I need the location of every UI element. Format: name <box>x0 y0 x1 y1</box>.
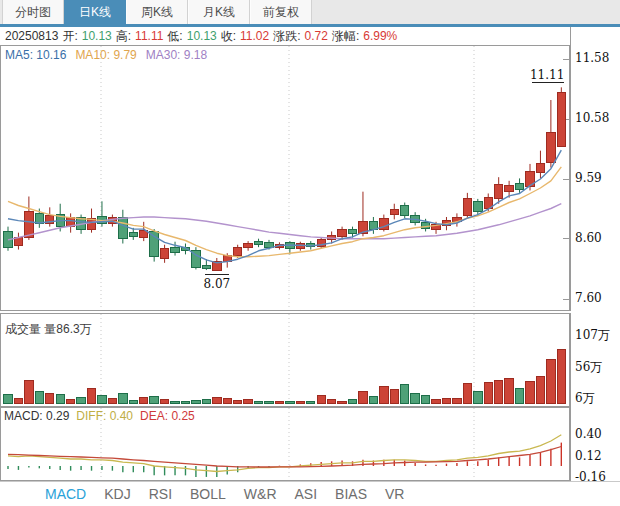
trade-date: 20250813 <box>5 27 58 45</box>
indicator-tab-boll[interactable]: BOLL <box>190 486 226 502</box>
y-axis-tick-label: 8.60 <box>575 231 602 245</box>
volume-axis: 107万56万6万 <box>570 313 620 407</box>
tab-forward-adjusted[interactable]: 前复权 <box>250 0 312 24</box>
change-value: 0.72 <box>305 27 328 45</box>
change-label: 涨跌: <box>273 27 300 45</box>
macd-axis: 0.400.12-0.16 <box>570 407 620 482</box>
indicator-tab-macd[interactable]: MACD <box>45 486 86 502</box>
close-label: 收: <box>221 27 236 45</box>
tab-monthly-k[interactable]: 月K线 <box>188 0 250 24</box>
indicator-tab-vr[interactable]: VR <box>385 486 404 502</box>
tab-minute-chart[interactable]: 分时图 <box>2 0 64 24</box>
change-pct-label: 涨幅: <box>332 27 359 45</box>
y-axis-tick-label: 9.59 <box>575 171 602 185</box>
y-axis-tick-label: 0.40 <box>575 427 602 441</box>
high-value: 11.11 <box>135 27 163 45</box>
y-axis-tick-label: 107万 <box>575 328 610 342</box>
y-axis-tick-label: 10.58 <box>575 111 609 125</box>
high-label: 高: <box>116 27 131 45</box>
y-axis-tick-label: 56万 <box>575 360 602 374</box>
price-axis: 11.5810.589.598.607.60 <box>570 45 620 311</box>
y-axis-tick-label: 7.60 <box>575 291 602 305</box>
y-axis-tick-label: 11.58 <box>575 51 609 65</box>
indicator-tab-bar: MACD KDJ RSI BOLL W&R ASI BIAS VR <box>0 481 620 506</box>
indicator-tab-kdj[interactable]: KDJ <box>104 486 130 502</box>
low-value: 10.13 <box>187 27 217 45</box>
candlestick-chart: 11.118.07 <box>1 46 569 310</box>
axis-spacer <box>570 27 620 45</box>
change-pct-value: 6.99% <box>363 27 397 45</box>
indicator-tab-rsi[interactable]: RSI <box>149 486 172 502</box>
volume-panel: 成交量 量86.3万 <box>0 313 570 407</box>
macd-panel: MACD: 0.29 DIFF: 0.40 DEA: 0.25 <box>0 407 570 481</box>
candlestick-panel: 11.118.07 MA5: 10.16 MA10: 9.79 MA30: 9.… <box>0 45 570 311</box>
ma-legend: MA5: 10.16 MA10: 9.79 MA30: 9.18 <box>5 48 207 62</box>
macd-value-label: MACD: 0.29 <box>4 409 69 423</box>
volume-label: 成交量 量86.3万 <box>5 321 92 338</box>
open-value: 10.13 <box>82 27 112 45</box>
low-price-annotation: 8.07 <box>203 277 230 291</box>
close-value: 11.02 <box>240 27 269 45</box>
diff-value-label: DIFF: 0.40 <box>76 409 133 423</box>
y-axis-tick-label: 6万 <box>575 391 595 405</box>
dea-value-label: DEA: 0.25 <box>140 409 195 423</box>
macd-legend: MACD: 0.29 DIFF: 0.40 DEA: 0.25 <box>4 409 195 423</box>
high-price-annotation: 11.11 <box>530 68 564 82</box>
ohlc-info-bar: 20250813 开: 10.13 高: 11.11 低: 10.13 收: 1… <box>0 27 620 45</box>
open-label: 开: <box>62 27 77 45</box>
ma5-label: MA5: 10.16 <box>5 48 66 62</box>
y-axis-tick-label: 0.12 <box>575 449 602 463</box>
ma30-label: MA30: 9.18 <box>146 48 207 62</box>
indicator-tab-asi[interactable]: ASI <box>295 486 318 502</box>
tab-daily-k[interactable]: 日K线 <box>64 0 126 24</box>
ma10-label: MA10: 9.79 <box>75 48 136 62</box>
indicator-tab-bias[interactable]: BIAS <box>335 486 367 502</box>
period-tab-bar: 分时图 日K线 周K线 月K线 前复权 <box>0 0 620 24</box>
tab-weekly-k[interactable]: 周K线 <box>126 0 188 24</box>
low-label: 低: <box>167 27 182 45</box>
indicator-tab-wr[interactable]: W&R <box>244 486 277 502</box>
